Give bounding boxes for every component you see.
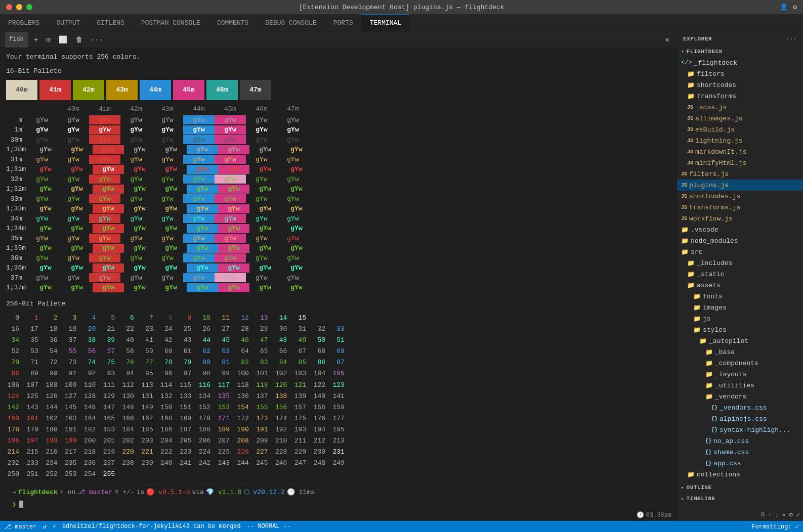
tree-item-vendors-css[interactable]: {} _vendors.css <box>677 402 803 413</box>
palette-256: 0 1 2 3 4 5 6 7 8 9 10 11 12 13 14 <box>6 313 670 480</box>
tab-debug-console[interactable]: DEBUG CONSOLE <box>257 14 325 31</box>
tab-postman-console[interactable]: POSTMAN CONSOLE <box>133 14 209 31</box>
pr-merge-info[interactable]: edheltzel/flightdeck-for-jekyll#143 can … <box>62 523 241 530</box>
explorer-more-icon[interactable]: ··· <box>786 36 797 42</box>
ansi-row-136m: 1;36m gYw gYw gYw gYw gYw gYw gYw gYw gY… <box>6 263 670 273</box>
git-branch[interactable]: ⎇ master <box>4 523 36 530</box>
tree-label: markdownIt.js <box>695 148 746 156</box>
folder-icon: 📁 <box>705 360 713 367</box>
tree-item-allimages[interactable]: JS allimages.js <box>677 113 803 124</box>
more-actions-icon[interactable]: ··· <box>89 35 105 45</box>
prompt-cursor-line[interactable]: ❯ <box>12 499 664 510</box>
tree-item-lightning[interactable]: JS lightning.js <box>677 135 803 146</box>
tree-item-minifyhtml[interactable]: JS minifyHtml.js <box>677 157 803 168</box>
statusbar-right: Formatting: ✓ <box>751 523 799 530</box>
folder-styles-icon: 📁 <box>693 326 701 334</box>
tree-label: styles <box>703 326 727 334</box>
tree-item-alpinejs-css[interactable]: {} alpinejs.css <box>677 413 803 424</box>
tree-label: transforms.js <box>689 204 740 211</box>
tree-item-flightdeck-root[interactable]: </> _flightdeck <box>677 57 803 68</box>
tree-item-shortcodes[interactable]: 📁 shortcodes <box>677 79 803 91</box>
add-terminal-icon[interactable]: + <box>32 35 40 45</box>
section-timeline[interactable]: ▸ TIMELINE <box>677 493 803 504</box>
ansi-row-m: m gYw gYw gYw gYw gYw gYw gYw gYw gYw <box>6 115 670 125</box>
titlebar-actions[interactable]: 👤 ⚙ <box>780 3 797 11</box>
js-file-icon: JS <box>681 194 687 199</box>
delete-terminal-icon[interactable]: 🗑 <box>73 35 84 45</box>
tree-item-markdownit[interactable]: JS markdownIt.js <box>677 146 803 157</box>
tree-label: lightning.js <box>695 137 743 145</box>
split-terminal-icon[interactable]: ⊡ <box>44 34 52 45</box>
tree-item-fonts[interactable]: 📁 fonts <box>677 291 803 302</box>
git-changes-icon[interactable]: ⚡ <box>53 523 56 530</box>
tree-item-js[interactable]: 📁 js <box>677 313 803 324</box>
tree-item-styles[interactable]: 📁 styles <box>677 324 803 335</box>
tab-output[interactable]: OUTPUT <box>48 14 89 31</box>
tree-item-filters[interactable]: 📁 filters <box>677 68 803 79</box>
folder-icon: 📁 <box>681 248 689 256</box>
tree-item-plugins-js[interactable]: JS plugins.js <box>677 180 803 191</box>
account-icon[interactable]: 👤 <box>780 3 788 11</box>
tree-item-shortcodes-js[interactable]: JS shortcodes.js <box>677 191 803 202</box>
tree-label: filters <box>697 70 725 78</box>
tree-item-node-modules[interactable]: 📁 node_modules <box>677 235 803 246</box>
tree-item-shame-css[interactable]: {} shame.css <box>677 447 803 458</box>
tree-item-src[interactable]: 📁 src <box>677 246 803 257</box>
tree-item-vendors[interactable]: 📁 _vendors <box>677 391 803 402</box>
close-button[interactable] <box>6 4 12 10</box>
tree-label: minifyHtml.js <box>695 159 746 167</box>
folder-icon: 📁 <box>705 371 713 378</box>
tree-item-syntax-css[interactable]: {} syntax-highligh... <box>677 424 803 435</box>
tree-item-images[interactable]: 📁 images <box>677 302 803 313</box>
panel-tabbar: PROBLEMS OUTPUT GITLENS POSTMAN CONSOLE … <box>0 14 803 32</box>
js-file-icon: JS <box>681 216 687 221</box>
tree-item-layouts[interactable]: 📁 _layouts <box>677 369 803 380</box>
tree-item-includes[interactable]: 📁 _includes <box>677 257 803 269</box>
color-block-44: 44m <box>140 80 171 100</box>
terminal-content[interactable]: Your terminal supports 256 colors. 16-Bi… <box>0 48 677 521</box>
tab-gitlens[interactable]: GITLENS <box>89 14 133 31</box>
tree-item-vscode[interactable]: 📁 .vscode <box>677 224 803 235</box>
section-flightdeck[interactable]: ▾ FLIGHTDECK <box>677 46 803 57</box>
tree-item-filters-js[interactable]: JS filters.js <box>677 168 803 180</box>
folder-icon: 📁 <box>687 282 695 289</box>
maximize-panel-icon[interactable]: ⬜ <box>57 34 69 45</box>
window-controls[interactable] <box>6 4 32 10</box>
tree-item-utilities[interactable]: 📁 _utilities <box>677 380 803 391</box>
settings-icon[interactable]: ⚙ <box>793 3 797 11</box>
minimize-button[interactable] <box>16 4 22 10</box>
tab-comments[interactable]: COMMENTS <box>209 14 257 31</box>
explorer-title: EXPLORER <box>683 36 712 42</box>
close-panel-icon[interactable]: ✕ <box>663 34 671 45</box>
explorer-tree[interactable]: ▾ FLIGHTDECK </> _flightdeck 📁 filters 📁… <box>677 46 803 521</box>
tree-item-static[interactable]: 📁 _static <box>677 269 803 280</box>
tree-item-transforms[interactable]: 📁 transforms <box>677 91 803 102</box>
tree-item-assets[interactable]: 📁 assets <box>677 280 803 291</box>
tree-label: _vendors <box>715 393 746 401</box>
color-block-40: 40m <box>6 80 37 100</box>
ansi-row-33m: 33m gYw gYw gYw gYw gYw gYw gYw gYw gYw <box>6 194 670 204</box>
color-block-45: 45m <box>173 80 204 100</box>
tree-label: js <box>703 315 711 323</box>
tree-item-components[interactable]: 📁 _components <box>677 358 803 369</box>
tree-label: src <box>691 248 702 256</box>
tree-item-collections[interactable]: 📁 collections <box>677 469 803 480</box>
tree-item-base[interactable]: 📁 _base <box>677 346 803 358</box>
tree-item-workflow-js[interactable]: JS workflow.js <box>677 213 803 224</box>
tab-terminal[interactable]: TERMINAL <box>362 14 410 31</box>
tree-item-scss[interactable]: JS _scss.js <box>677 102 803 113</box>
tab-problems[interactable]: PROBLEMS <box>0 14 48 31</box>
tree-item-app-css[interactable]: {} app.css <box>677 458 803 469</box>
tree-item-autopilot[interactable]: 📁 _autopilot <box>677 335 803 346</box>
statusbar-left: ⎇ master ↺ ⚡ edheltzel/flightdeck-for-je… <box>4 523 290 530</box>
ansi-row-132m: 1;32m gYw gYw gYw gYw gYw gYw gYw gYw gY… <box>6 184 670 194</box>
maximize-button[interactable] <box>26 4 32 10</box>
git-sync-icon[interactable]: ↺ <box>43 523 46 530</box>
tab-ports[interactable]: PORTS <box>325 14 362 31</box>
tree-label: allimages.js <box>695 115 743 122</box>
tree-item-esbuild[interactable]: JS esBuild.js <box>677 124 803 135</box>
tree-item-transforms-js[interactable]: JS transforms.js <box>677 202 803 213</box>
tree-label: app.css <box>713 460 741 467</box>
section-outline[interactable]: ▸ OUTLINE <box>677 482 803 493</box>
tree-item-no-ap-css[interactable]: {} no_ap.css <box>677 435 803 447</box>
